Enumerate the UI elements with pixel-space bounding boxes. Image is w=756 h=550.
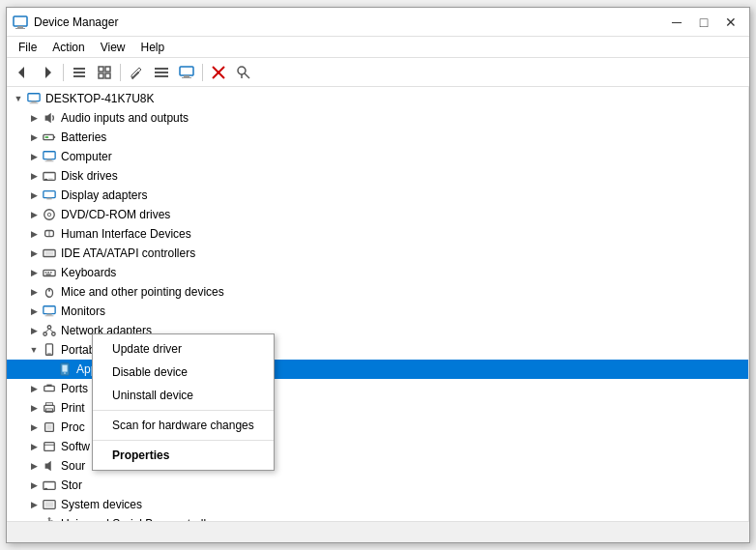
tree-item-stor[interactable]: ▶ Stor: [7, 476, 748, 495]
tree-item-batteries[interactable]: ▶ Batteries: [7, 128, 748, 147]
portable-icon: [42, 342, 57, 358]
svg-line-61: [49, 329, 53, 333]
tree-pane[interactable]: ▼ DESKTOP-41K7U8K ▶: [7, 87, 749, 521]
disk-icon: [42, 168, 57, 184]
tree-item-ide[interactable]: ▶ IDE ATA/ATAPI controllers: [7, 244, 748, 263]
menu-file[interactable]: File: [11, 39, 44, 56]
svg-rect-18: [184, 75, 189, 77]
svg-rect-80: [45, 502, 54, 507]
svg-rect-6: [73, 72, 85, 73]
svg-rect-15: [155, 72, 168, 73]
tb-edit-button[interactable]: [125, 62, 148, 83]
tb-back-button[interactable]: [11, 62, 34, 83]
app-icon: [13, 14, 28, 30]
view1-icon: [72, 65, 87, 80]
maximize-button[interactable]: □: [691, 13, 716, 32]
ports-expand-icon: ▶: [26, 381, 42, 396]
svg-point-53: [48, 289, 50, 291]
menu-help[interactable]: Help: [133, 39, 173, 56]
svg-marker-28: [45, 113, 51, 124]
minimize-button[interactable]: ─: [664, 13, 689, 32]
close-button[interactable]: ✕: [718, 13, 743, 32]
tree-root[interactable]: ▼ DESKTOP-41K7U8K: [7, 89, 748, 108]
sour-icon: [42, 458, 57, 474]
dvd-icon: [42, 207, 57, 222]
proc-label: Proc: [61, 420, 85, 434]
audio-label: Audio inputs and outputs: [61, 111, 189, 125]
svg-rect-9: [105, 67, 110, 72]
monitors-icon: [42, 304, 57, 319]
audio-icon: [42, 110, 57, 126]
ports-icon: [42, 381, 57, 396]
tb-delete-button[interactable]: [207, 62, 230, 83]
tb-search-button[interactable]: [232, 62, 255, 83]
ctx-properties[interactable]: Properties: [93, 444, 274, 467]
tree-item-system[interactable]: ▶ System devices: [7, 495, 748, 514]
svg-rect-45: [45, 251, 54, 255]
stor-expand-icon: ▶: [26, 478, 42, 493]
audio-expand-icon: ▶: [26, 110, 42, 126]
tree-item-disk[interactable]: ▶ Disk drives: [7, 166, 748, 186]
menu-action[interactable]: Action: [44, 39, 92, 56]
system-expand-icon: ▶: [26, 497, 42, 512]
svg-marker-4: [45, 67, 51, 78]
ctx-separator-1: [93, 410, 274, 411]
tree-item-usb[interactable]: ▶ Universal Serial Bus controllers: [7, 514, 748, 521]
svg-point-57: [47, 326, 51, 330]
tree-item-display[interactable]: ▶ Display adapters: [7, 186, 748, 205]
usb-icon: [42, 516, 57, 521]
svg-rect-32: [44, 152, 55, 159]
monitors-expand-icon: ▶: [26, 304, 42, 319]
edit-icon: [129, 65, 144, 80]
hid-label: Human Interface Devices: [61, 227, 191, 241]
tb-monitor-button[interactable]: [175, 62, 198, 83]
softw-icon: [42, 439, 57, 454]
stor-icon: [42, 478, 57, 493]
tree-item-mice[interactable]: ▶ Mice and other pointing devices: [7, 282, 748, 302]
window-title: Device Manager: [34, 15, 118, 29]
svg-rect-68: [46, 385, 51, 387]
tb-view1-button[interactable]: [68, 62, 91, 83]
tree-item-monitors[interactable]: ▶ Monitors: [7, 302, 748, 321]
delete-icon: [211, 65, 226, 80]
disk-expand-icon: ▶: [26, 168, 42, 184]
print-icon: [42, 400, 57, 416]
ide-expand-icon: ▶: [26, 246, 42, 261]
tree-item-computer[interactable]: ▶ Computer: [7, 147, 748, 166]
root-computer-icon: [26, 91, 42, 106]
svg-rect-50: [46, 274, 51, 275]
svg-rect-10: [99, 73, 103, 78]
svg-rect-0: [14, 16, 27, 26]
svg-point-78: [44, 488, 48, 490]
ctx-scan-hardware[interactable]: Scan for hardware changes: [93, 414, 274, 437]
tree-item-keyboards[interactable]: ▶ Keyboards: [7, 263, 748, 282]
svg-point-36: [44, 179, 48, 181]
network-icon: [42, 323, 57, 338]
mice-icon: [42, 284, 57, 300]
svg-rect-7: [73, 75, 85, 77]
svg-rect-63: [47, 354, 51, 355]
svg-rect-17: [180, 67, 193, 75]
svg-rect-65: [62, 365, 67, 372]
content-area: ▼ DESKTOP-41K7U8K ▶: [7, 87, 749, 521]
tb-forward-button[interactable]: [36, 62, 59, 83]
svg-rect-70: [46, 403, 53, 406]
ctx-update-driver[interactable]: Update driver: [93, 337, 274, 361]
tree-item-hid[interactable]: ▶ Human Interface Devices: [7, 224, 748, 244]
menu-view[interactable]: View: [93, 39, 133, 56]
ctx-uninstall-device[interactable]: Uninstall device: [93, 384, 274, 407]
tree-item-dvd[interactable]: ▶ DVD/CD-ROM drives: [7, 205, 748, 224]
system-label: System devices: [61, 498, 142, 511]
tb-view2-button[interactable]: [93, 62, 116, 83]
tree-item-audio[interactable]: ▶ Audio inputs and outputs: [7, 108, 748, 128]
title-bar-left: Device Manager: [13, 14, 118, 30]
svg-rect-11: [105, 73, 110, 78]
ctx-disable-device[interactable]: Disable device: [93, 361, 274, 384]
portable-expand-icon: ▼: [26, 342, 42, 358]
svg-rect-39: [46, 198, 51, 200]
tb-list-button[interactable]: [150, 62, 173, 83]
ports-label: Ports: [61, 382, 88, 395]
svg-point-66: [64, 372, 65, 373]
display-label: Display adapters: [61, 188, 147, 202]
context-menu: Update driver Disable device Uninstall d…: [92, 333, 275, 471]
